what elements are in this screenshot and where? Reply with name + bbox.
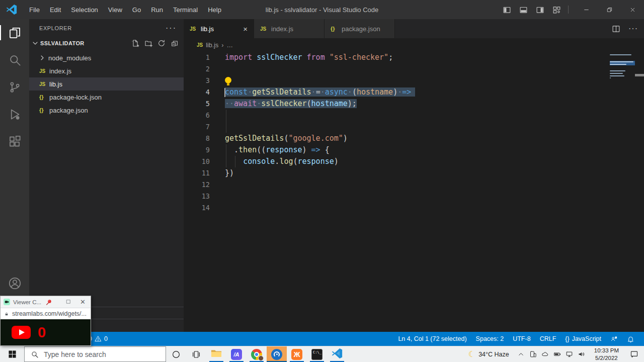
code-line-5[interactable]: 5··await·sslChecker(hostname); [184,98,644,110]
menu-file[interactable]: File [24,0,45,19]
code-line-6[interactable]: 6 [184,110,644,121]
weather-widget[interactable]: ☾ 34°C Haze [464,349,513,359]
taskbar-search-input[interactable]: Type here to search [24,346,166,362]
code-line-14[interactable]: 14 [184,202,644,214]
status-eol-sequence[interactable]: CRLF [535,335,561,342]
windows-taskbar: Type here to search /AЖC:\_ ☾ 34°C Haze … [0,346,644,362]
volume-icon[interactable] [578,350,585,358]
layout-customize-icon[interactable] [552,6,561,14]
pin-icon[interactable] [45,299,52,306]
new-file-icon[interactable] [131,39,139,47]
activity-account[interactable] [0,269,29,297]
status-encoding[interactable]: UTF-8 [508,335,535,342]
code-line-13[interactable]: 13 [184,191,644,202]
minimap[interactable] [610,52,635,86]
code-line-1[interactable]: 1import sslChecker from "ssl-checker"; [184,52,644,63]
tab-index.js[interactable]: JSindex.js [254,19,325,38]
status-notifications[interactable] [622,335,639,343]
onedrive-cloud-icon[interactable] [541,350,549,358]
activity-source-control[interactable] [0,73,29,101]
code-line-3[interactable]: 3 [184,75,644,86]
minimize-window-button[interactable] [575,0,598,19]
feedback-icon [610,335,618,343]
explorer-more-actions-icon[interactable]: ··· [166,24,177,33]
chevron-up-icon[interactable] [517,350,525,358]
file-tree-item-package-lock.json[interactable]: {}package-lock.json [29,90,184,104]
code-line-9[interactable]: 9 .then((response) => { [184,144,644,156]
scrollbar-decoration[interactable] [635,74,644,76]
code-editor[interactable]: 1import sslChecker from "ssl-checker";23… [184,52,644,332]
overlay-title-bar[interactable]: Viewer C... ✕ [1,296,91,308]
restore-icon [606,7,613,13]
code-line-4[interactable]: 4const·getSslDetails·=·async·(hostname)·… [184,86,644,98]
activity-search[interactable] [0,46,29,73]
code-line-10[interactable]: 10 console.log(response) [184,156,644,167]
collapse-folders-icon[interactable] [171,39,179,47]
activity-explorer[interactable] [0,19,29,46]
taskbar-app-medal-app[interactable]: /A [226,346,247,362]
line-number: 12 [184,179,225,191]
menu-edit[interactable]: Edit [45,0,66,19]
code-line-2[interactable]: 2 [184,63,644,75]
folder-section-header[interactable]: SSLVALIDATOR [29,37,184,49]
refresh-explorer-icon[interactable] [157,39,166,47]
taskbar-clock[interactable]: 10:33 PM 5/2/2022 [589,347,624,362]
minimap-line [610,84,635,86]
menu-go[interactable]: Go [127,0,146,19]
cortana-button[interactable] [166,346,186,362]
line-number: 10 [184,156,225,167]
phone-link-icon[interactable] [529,350,537,358]
action-center-button[interactable] [624,350,644,358]
editor-more-actions-icon[interactable]: ··· [628,24,638,33]
lightbulb-icon[interactable] [225,77,231,83]
taskbar-app-streamlabs[interactable] [267,346,287,362]
tab-package.json[interactable]: {}package.json [325,19,395,38]
code-token: · [311,87,316,97]
code-line-8[interactable]: 8getSslDetails("google.com") [184,133,644,144]
new-folder-icon[interactable] [144,39,152,47]
code-line-7[interactable]: 7 [184,121,644,133]
menu-terminal[interactable]: Terminal [168,0,203,19]
activity-extensions[interactable] [0,128,29,155]
layout-panel-icon[interactable] [519,6,528,14]
taskbar-app-xampp[interactable]: Ж [287,346,307,362]
overlay-maximize-button[interactable] [66,299,71,305]
taskbar-app-command-prompt[interactable]: C:\_ [307,346,327,362]
menu-selection[interactable]: Selection [66,0,103,19]
split-editor-icon[interactable] [612,25,620,33]
layout-sidebar-left-icon[interactable] [503,6,511,14]
start-button[interactable] [0,346,24,362]
menu-help[interactable]: Help [203,0,226,19]
extensions-icon [8,135,22,148]
taskbar-app-file-explorer[interactable] [206,346,226,362]
file-tree-item-node_modules[interactable]: node_modules [29,51,184,64]
restore-window-button[interactable] [598,0,621,19]
close-window-button[interactable] [621,0,644,19]
status-language-mode[interactable]: {}JavaScript [560,335,606,342]
file-tree-item-lib.js[interactable]: JSlib.js [29,77,184,90]
code-line-12[interactable]: 12 [184,179,644,191]
taskbar-app-chrome[interactable] [247,346,267,362]
menu-view[interactable]: View [103,0,127,19]
overlay-address-bar[interactable]: streamlabs.com/widgets/... [1,308,91,319]
tab-lib.js[interactable]: JSlib.js× [184,19,254,38]
viewer-count-window[interactable]: Viewer C... ✕ streamlabs.com/widgets/...… [0,296,91,346]
line-number: 13 [184,191,225,202]
task-view-button[interactable] [186,346,206,362]
close-tab-icon[interactable]: × [235,25,248,33]
activity-run-debug[interactable] [0,101,29,128]
overlay-close-button[interactable]: ✕ [74,298,88,306]
network-icon[interactable] [566,350,573,358]
code-token: then [238,145,257,154]
breadcrumb[interactable]: JS lib.js › … [184,38,644,52]
file-tree-item-index.js[interactable]: JSindex.js [29,64,184,77]
code-line-11[interactable]: 11}) [184,167,644,179]
status-feedback[interactable] [606,335,622,343]
taskbar-app-vscode[interactable] [327,346,347,362]
status-cursor-position[interactable]: Ln 4, Col 1 (72 selected) [393,335,471,342]
menu-run[interactable]: Run [146,0,168,19]
battery-icon[interactable] [553,350,561,358]
status-indentation[interactable]: Spaces: 2 [471,335,509,342]
layout-sidebar-right-icon[interactable] [536,6,544,14]
file-tree-item-package.json[interactable]: {}package.json [29,104,184,117]
